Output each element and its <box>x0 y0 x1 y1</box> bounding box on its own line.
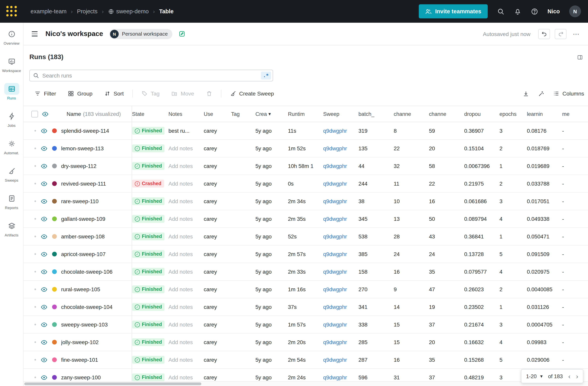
notes-cell[interactable]: Add notes <box>168 322 193 327</box>
notes-cell[interactable]: Add notes <box>168 163 193 169</box>
run-name-link[interactable]: gallant-sweep-109 <box>61 216 105 222</box>
column-header-channels-two[interactable]: channe <box>429 106 464 122</box>
drag-handle[interactable] <box>35 165 36 167</box>
breadcrumb-team[interactable]: example-team <box>31 8 67 15</box>
run-name-link[interactable]: chocolate-sweep-104 <box>61 304 112 310</box>
previous-page-icon[interactable]: ‹ <box>568 373 570 380</box>
sidebar-item-jobs[interactable]: Jobs <box>0 110 22 128</box>
drag-handle[interactable] <box>35 183 36 184</box>
export-download-icon[interactable] <box>523 90 529 97</box>
table-row[interactable]: lemon-sweep-113 ✓ Finished Add notes car… <box>23 140 588 157</box>
user-avatar[interactable]: N <box>569 5 581 17</box>
filter-button[interactable]: Filter <box>35 90 56 97</box>
run-name-link[interactable]: rural-sweep-105 <box>61 286 100 292</box>
run-name-link[interactable]: sweepy-sweep-103 <box>61 322 108 327</box>
notes-cell[interactable]: Add notes <box>168 339 193 345</box>
column-header-metric[interactable]: me <box>562 106 588 122</box>
table-row[interactable]: splendid-sweep-114 ✓ Finished best ru...… <box>23 122 588 140</box>
drag-handle[interactable] <box>35 130 36 132</box>
visibility-eye-icon[interactable] <box>41 180 47 187</box>
breadcrumb-projects[interactable]: Projects <box>77 8 98 15</box>
run-name-link[interactable]: dry-sweep-112 <box>61 163 96 169</box>
run-name-link[interactable]: lemon-sweep-113 <box>61 145 104 151</box>
visibility-eye-icon[interactable] <box>41 339 47 345</box>
visibility-eye-icon[interactable] <box>41 251 47 257</box>
column-header-user[interactable]: Use <box>204 106 231 122</box>
move-button[interactable]: Move <box>171 90 194 97</box>
notes-cell[interactable]: Add notes <box>168 286 193 292</box>
sort-button[interactable]: Sort <box>104 90 124 97</box>
select-all-checkbox[interactable] <box>31 111 38 117</box>
sweep-link[interactable]: q9dwgphr <box>323 286 347 292</box>
column-header-dropout[interactable]: dropou <box>464 106 500 122</box>
visibility-eye-icon[interactable] <box>41 163 47 169</box>
table-row[interactable]: sweepy-sweep-103 ✓ Finished Add notes ca… <box>23 316 588 334</box>
sweep-link[interactable]: q9dwgphr <box>323 216 347 222</box>
sweep-link[interactable]: q9dwgphr <box>323 339 347 345</box>
sweep-link[interactable]: q9dwgphr <box>323 357 347 363</box>
column-header-batch-size[interactable]: batch_ <box>358 106 394 122</box>
table-row[interactable]: rare-sweep-110 ✓ Finished Add notes care… <box>23 193 588 210</box>
workspace-menu-icon[interactable] <box>30 30 39 38</box>
table-row[interactable]: jolly-sweep-102 ✓ Finished Add notes car… <box>23 334 588 351</box>
run-name-link[interactable]: zany-sweep-100 <box>61 374 101 380</box>
drag-handle[interactable] <box>35 288 36 290</box>
visibility-eye-icon[interactable] <box>41 216 47 222</box>
run-name-link[interactable]: splendid-sweep-114 <box>61 128 109 134</box>
wandb-logo[interactable] <box>6 6 17 17</box>
table-row[interactable]: revived-sweep-111 ! Crashed Add notes ca… <box>23 175 588 193</box>
column-header-runtime[interactable]: Runtim <box>288 106 323 122</box>
visibility-eye-icon[interactable] <box>42 111 49 117</box>
run-name-link[interactable]: revived-sweep-111 <box>61 181 106 186</box>
notes-cell[interactable]: Add notes <box>168 374 193 380</box>
sweep-link[interactable]: q9dwgphr <box>323 269 347 275</box>
sweep-link[interactable]: q9dwgphr <box>323 181 347 186</box>
sidebar-item-overview[interactable]: Overview <box>0 28 22 45</box>
table-row[interactable]: amber-sweep-108 ✓ Finished Add notes car… <box>23 228 588 245</box>
drag-handle[interactable] <box>35 306 36 308</box>
create-sweep-button[interactable]: Create Sweep <box>230 90 274 97</box>
search-runs-input[interactable] <box>29 70 273 81</box>
notes-cell[interactable]: Add notes <box>168 216 193 222</box>
visibility-eye-icon[interactable] <box>41 127 47 134</box>
more-options-icon[interactable]: ⋯ <box>571 30 581 38</box>
tag-button[interactable]: Tag <box>141 90 159 97</box>
notes-cell[interactable]: Add notes <box>168 181 193 186</box>
notes-cell[interactable]: Add notes <box>168 269 193 275</box>
columns-button[interactable]: Columns <box>553 90 584 97</box>
delete-button[interactable] <box>206 90 212 97</box>
table-row[interactable]: apricot-sweep-107 ✓ Finished Add notes c… <box>23 245 588 263</box>
run-name-link[interactable]: amber-sweep-108 <box>61 234 105 239</box>
run-name-link[interactable]: chocolate-sweep-106 <box>61 269 112 275</box>
sweep-link[interactable]: q9dwgphr <box>323 128 347 134</box>
visibility-eye-icon[interactable] <box>41 233 47 240</box>
table-row[interactable]: chocolate-sweep-104 ✓ Finished Add notes… <box>23 298 588 316</box>
drag-handle[interactable] <box>35 359 36 361</box>
invite-teammates-button[interactable]: Invite teammates <box>419 4 487 19</box>
drag-handle[interactable] <box>35 377 36 378</box>
notes-cell[interactable]: Add notes <box>168 251 193 257</box>
column-header-name[interactable]: Name <box>67 111 81 117</box>
column-header-learning-rate[interactable]: learnin <box>527 106 562 122</box>
regex-toggle-button[interactable]: .* <box>261 72 271 80</box>
column-header-channels-one[interactable]: channe <box>394 106 429 122</box>
visibility-eye-icon[interactable] <box>41 356 47 363</box>
sidebar-item-runs[interactable]: Runs <box>0 83 22 100</box>
table-row[interactable]: dry-sweep-112 ✓ Finished Add notes carey… <box>23 157 588 175</box>
column-header-created[interactable]: Crea▼ <box>255 106 288 122</box>
drag-handle[interactable] <box>35 148 36 149</box>
column-header-sweep[interactable]: Sweep <box>323 106 358 122</box>
sweep-link[interactable]: q9dwgphr <box>323 234 347 239</box>
sweep-link[interactable]: q9dwgphr <box>323 163 347 169</box>
run-name-link[interactable]: jolly-sweep-102 <box>61 339 99 345</box>
sweep-link[interactable]: q9dwgphr <box>323 374 347 380</box>
drag-handle[interactable] <box>35 236 36 237</box>
visibility-eye-icon[interactable] <box>41 304 47 310</box>
visibility-eye-icon[interactable] <box>41 198 47 204</box>
drag-handle[interactable] <box>35 201 36 202</box>
visibility-eye-icon[interactable] <box>41 268 47 275</box>
table-row[interactable]: rural-sweep-105 ✓ Finished Add notes car… <box>23 281 588 298</box>
sidebar-item-reports[interactable]: Reports <box>0 193 22 210</box>
horizontal-scrollbar[interactable] <box>23 381 588 386</box>
column-header-notes[interactable]: Notes <box>168 106 204 122</box>
